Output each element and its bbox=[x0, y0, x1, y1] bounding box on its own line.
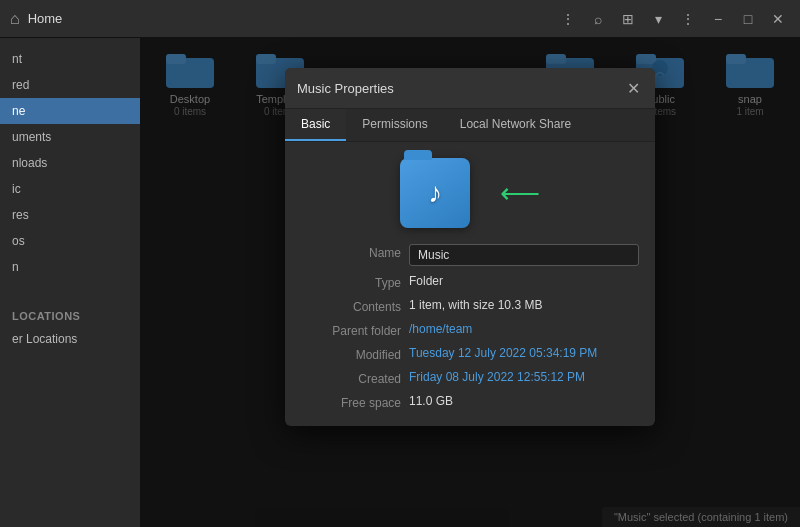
free-space-value: 11.0 GB bbox=[409, 394, 639, 410]
file-area: Desktop 0 items Templat... 0 items bbox=[140, 38, 800, 527]
modal-overlay: Music Properties ✕ Basic Permissions Loc… bbox=[140, 38, 800, 527]
window-title: Home bbox=[28, 11, 556, 26]
sidebar-item-documents[interactable]: uments bbox=[0, 124, 140, 150]
home-icon: ⌂ bbox=[10, 10, 20, 28]
sidebar-item-pictures[interactable]: res bbox=[0, 202, 140, 228]
modified-label: Modified bbox=[301, 346, 401, 362]
tab-network-share[interactable]: Local Network Share bbox=[444, 109, 587, 141]
contents-label: Contents bbox=[301, 298, 401, 314]
icon-area: ♪ ⟵ bbox=[301, 158, 639, 228]
created-label: Created bbox=[301, 370, 401, 386]
music-folder-icon: ♪ bbox=[400, 158, 470, 228]
music-note-icon: ♪ bbox=[428, 177, 442, 209]
search-button[interactable]: ⌕ bbox=[586, 7, 610, 31]
dialog-close-button[interactable]: ✕ bbox=[623, 78, 643, 98]
sidebar-item-locations[interactable]: er Locations bbox=[0, 326, 140, 352]
view-button[interactable]: ⊞ bbox=[616, 7, 640, 31]
dropdown-button[interactable]: ▾ bbox=[646, 7, 670, 31]
minimize-button[interactable]: − bbox=[706, 7, 730, 31]
sidebar-item-2[interactable]: red bbox=[0, 72, 140, 98]
main-area: nt red ne uments nloads ic res os n Loca… bbox=[0, 38, 800, 527]
maximize-button[interactable]: □ bbox=[736, 7, 760, 31]
locations-section: Locations bbox=[0, 300, 140, 326]
sidebar-item-videos[interactable]: os bbox=[0, 228, 140, 254]
sidebar: nt red ne uments nloads ic res os n Loca… bbox=[0, 38, 140, 527]
menu-button[interactable]: ⋮ bbox=[556, 7, 580, 31]
sidebar-item-9[interactable]: n bbox=[0, 254, 140, 280]
created-value: Friday 08 July 2022 12:55:12 PM bbox=[409, 370, 639, 386]
type-value: Folder bbox=[409, 274, 639, 290]
type-label: Type bbox=[301, 274, 401, 290]
properties-dialog: Music Properties ✕ Basic Permissions Loc… bbox=[285, 68, 655, 426]
contents-value: 1 item, with size 10.3 MB bbox=[409, 298, 639, 314]
sidebar-item-music[interactable]: ic bbox=[0, 176, 140, 202]
dialog-header: Music Properties ✕ bbox=[285, 68, 655, 109]
title-bar-actions: ⋮ ⌕ ⊞ ▾ ⋮ − □ ✕ bbox=[556, 7, 790, 31]
name-label: Name bbox=[301, 244, 401, 266]
dialog-tabs: Basic Permissions Local Network Share bbox=[285, 109, 655, 142]
name-input[interactable] bbox=[409, 244, 639, 266]
more-button[interactable]: ⋮ bbox=[676, 7, 700, 31]
arrow-indicator: ⟵ bbox=[500, 177, 540, 210]
dialog-content: ♪ ⟵ Name Type Folder Contents 1 item, bbox=[285, 142, 655, 426]
dialog-title: Music Properties bbox=[297, 81, 394, 96]
sidebar-item-home[interactable]: ne bbox=[0, 98, 140, 124]
modified-value: Tuesday 12 July 2022 05:34:19 PM bbox=[409, 346, 639, 362]
parent-label: Parent folder bbox=[301, 322, 401, 338]
parent-value: /home/team bbox=[409, 322, 639, 338]
free-space-label: Free space bbox=[301, 394, 401, 410]
tab-permissions[interactable]: Permissions bbox=[346, 109, 443, 141]
title-bar: ⌂ Home ⋮ ⌕ ⊞ ▾ ⋮ − □ ✕ bbox=[0, 0, 800, 38]
sidebar-item-1[interactable]: nt bbox=[0, 46, 140, 72]
close-button[interactable]: ✕ bbox=[766, 7, 790, 31]
properties-grid: Name Type Folder Contents 1 item, with s… bbox=[301, 244, 639, 410]
name-field-container bbox=[409, 244, 639, 266]
sidebar-item-downloads[interactable]: nloads bbox=[0, 150, 140, 176]
tab-basic[interactable]: Basic bbox=[285, 109, 346, 141]
